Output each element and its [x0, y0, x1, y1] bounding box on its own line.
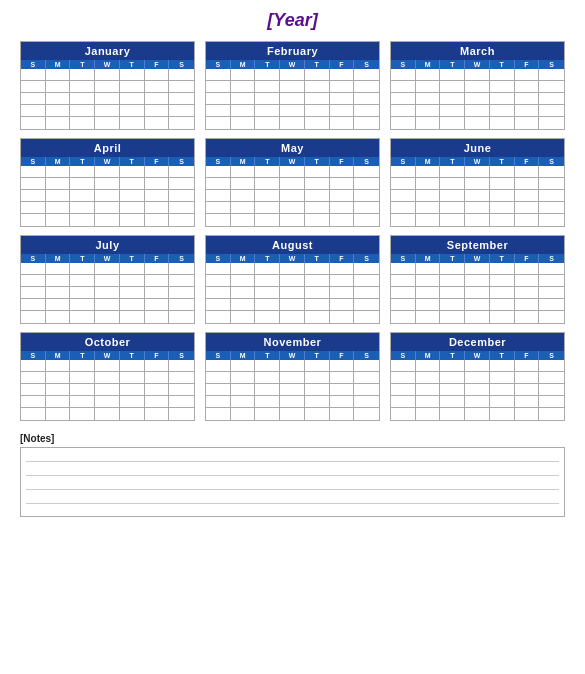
cal-cell [95, 202, 120, 214]
cal-cell [391, 299, 416, 311]
day-label: F [330, 60, 355, 69]
cal-cell [21, 202, 46, 214]
cal-cell [440, 190, 465, 202]
day-label: S [169, 351, 194, 360]
cal-cell [465, 81, 490, 93]
cal-cell [255, 299, 280, 311]
cal-cell [305, 263, 330, 275]
cal-cell [305, 360, 330, 372]
cal-cell [391, 287, 416, 299]
cal-cell [231, 69, 256, 81]
cal-cell [539, 69, 564, 81]
cal-cell [416, 408, 441, 420]
cal-cell [120, 408, 145, 420]
cal-cell [206, 178, 231, 190]
day-label: T [440, 254, 465, 263]
cal-cell [515, 202, 540, 214]
cal-cell [95, 117, 120, 129]
cal-cell [330, 117, 355, 129]
cal-cell [280, 69, 305, 81]
cal-cell [440, 93, 465, 105]
month-block-august: AugustSMTWTFS [205, 235, 380, 324]
cal-cell [330, 299, 355, 311]
cal-cell [539, 166, 564, 178]
cal-cell [391, 117, 416, 129]
notes-box[interactable] [20, 447, 565, 517]
cal-cell [391, 81, 416, 93]
month-block-october: OctoberSMTWTFS [20, 332, 195, 421]
cal-cell [206, 190, 231, 202]
cal-cell [280, 93, 305, 105]
cal-cell [305, 299, 330, 311]
cal-cell [280, 190, 305, 202]
cal-cell [145, 299, 170, 311]
cal-cell [21, 93, 46, 105]
cal-cell [46, 396, 71, 408]
cal-cell [490, 287, 515, 299]
cal-cell [46, 299, 71, 311]
cal-cell [354, 360, 379, 372]
cal-cell [354, 178, 379, 190]
cal-cell [95, 384, 120, 396]
day-label: S [206, 60, 231, 69]
cal-cell [255, 202, 280, 214]
cal-cell [515, 372, 540, 384]
cal-cell [416, 93, 441, 105]
cal-cell [539, 178, 564, 190]
cal-cell [539, 299, 564, 311]
cal-cell [231, 214, 256, 226]
cal-cell [120, 275, 145, 287]
cal-cell [231, 166, 256, 178]
day-label: F [145, 351, 170, 360]
cal-cell [70, 69, 95, 81]
cal-cell [305, 105, 330, 117]
cal-cell [145, 69, 170, 81]
day-label: W [280, 254, 305, 263]
cal-cell [70, 263, 95, 275]
cal-cell [354, 93, 379, 105]
cal-cell [120, 178, 145, 190]
cal-cell [21, 190, 46, 202]
cal-cell [515, 275, 540, 287]
cal-cell [169, 287, 194, 299]
day-label: M [416, 157, 441, 166]
cal-cell [305, 202, 330, 214]
cal-cell [305, 311, 330, 323]
cal-cell [255, 178, 280, 190]
cal-cell [330, 384, 355, 396]
day-label: S [21, 254, 46, 263]
day-label: T [440, 60, 465, 69]
day-label: S [206, 254, 231, 263]
cal-cell [70, 93, 95, 105]
cal-cell [46, 178, 71, 190]
cal-cell [391, 396, 416, 408]
cal-cell [280, 105, 305, 117]
cal-cell [206, 166, 231, 178]
cal-cell [515, 408, 540, 420]
day-label: F [515, 157, 540, 166]
cal-cell [70, 214, 95, 226]
cal-cell [490, 360, 515, 372]
cal-cell [354, 69, 379, 81]
cal-cell [231, 311, 256, 323]
cal-cell [539, 93, 564, 105]
cal-cell [120, 117, 145, 129]
cal-cell [391, 263, 416, 275]
cal-cell [95, 81, 120, 93]
day-label: S [206, 157, 231, 166]
cal-cell [145, 178, 170, 190]
day-label: S [354, 157, 379, 166]
cal-cell [280, 360, 305, 372]
cal-cell [465, 69, 490, 81]
month-block-november: NovemberSMTWTFS [205, 332, 380, 421]
month-block-february: FebruarySMTWTFS [205, 41, 380, 130]
cal-cell [280, 214, 305, 226]
cal-cell [21, 360, 46, 372]
day-label: T [440, 157, 465, 166]
cal-cell [145, 166, 170, 178]
notes-section: [Notes] [20, 433, 565, 517]
cal-cell [391, 214, 416, 226]
cal-cell [255, 408, 280, 420]
cal-cell [305, 275, 330, 287]
month-block-april: AprilSMTWTFS [20, 138, 195, 227]
